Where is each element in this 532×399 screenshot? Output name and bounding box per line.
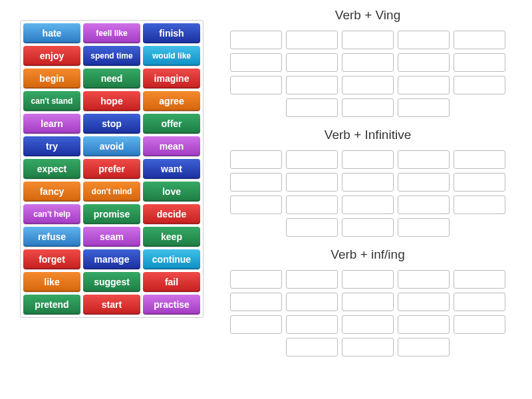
word-tile[interactable]: can't stand: [23, 91, 80, 111]
word-tile[interactable]: start: [83, 295, 140, 315]
drop-slot[interactable]: [286, 53, 338, 72]
word-tile[interactable]: offer: [143, 114, 200, 134]
word-tile[interactable]: continue: [143, 249, 200, 269]
drop-slot[interactable]: [454, 270, 505, 289]
drop-slot[interactable]: [398, 76, 450, 94]
drop-slot[interactable]: [286, 31, 338, 49]
word-tile[interactable]: promise: [83, 204, 140, 224]
drop-slot[interactable]: [454, 53, 505, 72]
drop-slot[interactable]: [454, 293, 505, 311]
slot-grid[interactable]: [223, 150, 512, 237]
word-tile[interactable]: would like: [143, 46, 200, 66]
drop-slot[interactable]: [342, 76, 394, 94]
drop-slot[interactable]: [342, 196, 394, 214]
word-tile[interactable]: refuse: [23, 227, 80, 247]
word-tile[interactable]: begin: [23, 68, 80, 88]
drop-slot[interactable]: [286, 315, 338, 334]
drop-slot[interactable]: [342, 270, 394, 289]
drop-slot[interactable]: [230, 31, 282, 49]
drop-slot[interactable]: [230, 173, 282, 192]
drop-slot[interactable]: [286, 218, 338, 237]
word-tile[interactable]: suggest: [83, 272, 140, 292]
drop-slot[interactable]: [398, 338, 450, 356]
drop-slot[interactable]: [454, 196, 505, 214]
drop-slot[interactable]: [342, 98, 394, 117]
drop-slot[interactable]: [286, 150, 338, 169]
word-tile[interactable]: stop: [83, 114, 140, 134]
word-tile[interactable]: learn: [23, 114, 80, 134]
drop-slot[interactable]: [398, 53, 450, 72]
drop-slot[interactable]: [342, 218, 394, 237]
group-title: Verb + Infinitive: [325, 128, 411, 142]
drop-slot[interactable]: [230, 150, 282, 169]
word-tile[interactable]: pretend: [23, 295, 80, 315]
drop-slot[interactable]: [286, 293, 338, 311]
word-tile[interactable]: love: [143, 182, 200, 201]
drop-slot[interactable]: [454, 150, 505, 169]
drop-slot[interactable]: [398, 270, 450, 289]
word-tile[interactable]: practise: [143, 295, 200, 315]
word-tile[interactable]: try: [23, 136, 80, 156]
slot-grid[interactable]: [223, 31, 512, 117]
drop-slot[interactable]: [454, 173, 505, 192]
word-tile[interactable]: hope: [83, 91, 140, 111]
word-tile[interactable]: mean: [143, 136, 200, 156]
drop-slot[interactable]: [286, 270, 338, 289]
word-tile[interactable]: avoid: [83, 136, 140, 156]
drop-slot[interactable]: [230, 293, 282, 311]
drop-slot[interactable]: [230, 196, 282, 214]
drop-slot[interactable]: [286, 76, 338, 94]
word-tile[interactable]: spend time: [83, 46, 140, 66]
word-tile[interactable]: decide: [143, 204, 200, 224]
word-tile[interactable]: hate: [23, 23, 80, 43]
drop-slot[interactable]: [454, 315, 505, 334]
drop-slot[interactable]: [342, 53, 394, 72]
drop-slot[interactable]: [398, 150, 450, 169]
word-tile[interactable]: fancy: [23, 182, 80, 201]
drop-slot[interactable]: [286, 196, 338, 214]
word-tile[interactable]: manage: [83, 249, 140, 269]
word-tile[interactable]: seam: [83, 227, 140, 247]
drop-slot[interactable]: [398, 315, 450, 334]
drop-slot[interactable]: [398, 31, 450, 49]
drop-slot[interactable]: [342, 293, 394, 311]
drop-slot[interactable]: [230, 270, 282, 289]
word-tile[interactable]: need: [83, 68, 140, 88]
word-tile[interactable]: don't mind: [83, 182, 140, 201]
drop-slot[interactable]: [454, 76, 505, 94]
word-tile[interactable]: like: [23, 272, 80, 292]
word-tile[interactable]: agree: [143, 91, 200, 111]
word-bank[interactable]: hatefeell likefinishenjoyspend timewould…: [20, 20, 203, 318]
drop-slot[interactable]: [342, 338, 394, 356]
drop-slot[interactable]: [454, 31, 505, 49]
word-tile[interactable]: enjoy: [23, 46, 80, 66]
drop-slot[interactable]: [398, 293, 450, 311]
word-tile[interactable]: feell like: [83, 23, 140, 43]
drop-slot[interactable]: [398, 173, 450, 192]
word-tile[interactable]: fail: [143, 272, 200, 292]
drop-slot[interactable]: [230, 315, 282, 334]
slot-grid[interactable]: [223, 270, 512, 356]
word-tile[interactable]: prefer: [83, 159, 140, 179]
word-tile[interactable]: imagine: [143, 68, 200, 88]
drop-slot[interactable]: [342, 31, 394, 49]
drop-slot[interactable]: [398, 196, 450, 214]
word-tile[interactable]: finish: [143, 23, 200, 43]
drop-slot[interactable]: [398, 218, 450, 237]
drop-slot[interactable]: [230, 53, 282, 72]
group-title: Verb + Ving: [335, 8, 400, 23]
drop-slot[interactable]: [342, 150, 394, 169]
word-tile[interactable]: can't help: [23, 204, 80, 224]
drop-slot[interactable]: [286, 338, 338, 356]
drop-slot[interactable]: [230, 76, 282, 94]
drop-slot[interactable]: [342, 173, 394, 192]
drop-slot[interactable]: [398, 98, 450, 117]
word-tile[interactable]: expect: [23, 159, 80, 179]
drop-slot[interactable]: [342, 315, 394, 334]
word-tile[interactable]: forget: [23, 249, 80, 269]
drop-slot[interactable]: [286, 98, 338, 117]
word-tile[interactable]: want: [143, 159, 200, 179]
word-tile[interactable]: keep: [143, 227, 200, 247]
drop-zone-column: Verb + VingVerb + InfinitiveVerb + inf/i…: [223, 8, 512, 356]
drop-slot[interactable]: [286, 173, 338, 192]
